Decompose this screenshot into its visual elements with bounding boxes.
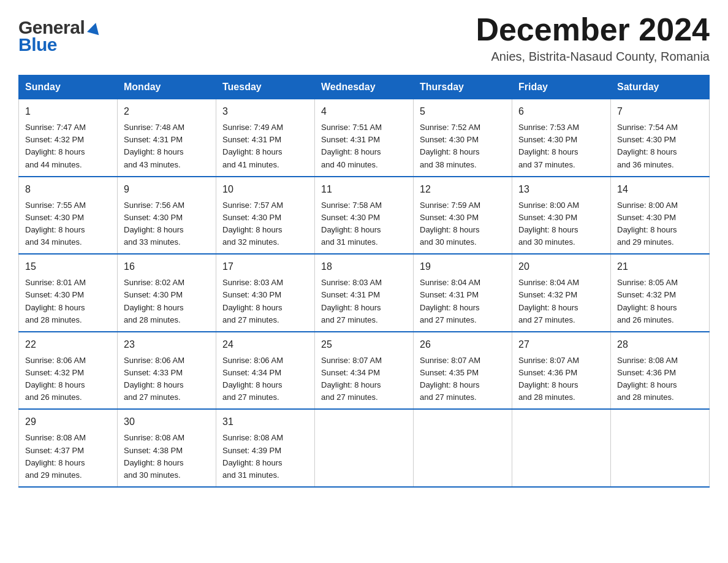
day-info-line: and 34 minutes. [25,236,111,248]
day-info-line: Daylight: 8 hours [25,146,111,158]
calendar-cell: 26Sunrise: 8:07 AMSunset: 4:35 PMDayligh… [414,332,512,410]
day-number: 1 [25,104,111,119]
day-number: 22 [25,337,111,352]
calendar-cell: 31Sunrise: 8:08 AMSunset: 4:39 PMDayligh… [216,409,315,487]
day-info-line: and 27 minutes. [321,314,407,326]
calendar-cell: 15Sunrise: 8:01 AMSunset: 4:30 PMDayligh… [19,254,118,332]
day-info-line: Sunrise: 7:57 AM [222,199,308,212]
day-info-line: and 37 minutes. [518,159,604,171]
day-info-line: Sunrise: 8:08 AM [124,432,210,444]
day-number: 20 [518,259,604,274]
calendar-table: SundayMondayTuesdayWednesdayThursdayFrid… [18,75,710,488]
calendar-cell: 19Sunrise: 8:04 AMSunset: 4:31 PMDayligh… [414,254,512,332]
day-number: 7 [617,104,703,119]
day-info-line: Sunset: 4:34 PM [222,367,308,379]
day-info-line: Sunrise: 8:07 AM [420,354,506,367]
title-block: December 2024 Anies, Bistrita-Nasaud Cou… [476,12,710,64]
day-info-line: Sunset: 4:32 PM [25,367,111,379]
day-info-line: Daylight: 8 hours [124,224,210,236]
day-number: 11 [321,182,407,197]
day-info-line: and 36 minutes. [617,159,703,171]
day-number: 27 [518,337,604,352]
day-info-line: Sunrise: 8:03 AM [222,277,308,289]
page-header: General Blue December 2024 Anies, Bistri… [18,12,710,64]
calendar-cell: 6Sunrise: 7:53 AMSunset: 4:30 PMDaylight… [512,99,611,177]
day-number: 9 [124,182,210,197]
day-info-line: Sunset: 4:39 PM [222,445,308,457]
day-info-line: and 28 minutes. [124,314,210,326]
day-info-line: and 27 minutes. [222,391,308,404]
day-number: 29 [25,415,111,429]
day-info-line: and 26 minutes. [617,314,703,326]
day-info-line: Sunrise: 7:47 AM [25,121,111,134]
calendar-week-row: 22Sunrise: 8:06 AMSunset: 4:32 PMDayligh… [19,332,710,410]
calendar-cell: 5Sunrise: 7:52 AMSunset: 4:30 PMDaylight… [414,99,512,177]
calendar-cell: 10Sunrise: 7:57 AMSunset: 4:30 PMDayligh… [216,177,315,255]
calendar-cell: 20Sunrise: 8:04 AMSunset: 4:32 PMDayligh… [512,254,611,332]
day-info-line: and 27 minutes. [222,314,308,326]
day-number: 26 [420,337,506,352]
day-info-line: Sunset: 4:30 PM [518,134,604,146]
day-number: 18 [321,259,407,274]
day-info-line: Sunset: 4:30 PM [124,212,210,224]
calendar-cell: 9Sunrise: 7:56 AMSunset: 4:30 PMDaylight… [118,177,216,255]
day-info-line: Daylight: 8 hours [222,224,308,236]
day-info-line: and 33 minutes. [124,236,210,248]
day-info-line: Sunset: 4:33 PM [124,367,210,379]
calendar-header-row: SundayMondayTuesdayWednesdayThursdayFrid… [19,75,710,99]
calendar-cell: 14Sunrise: 8:00 AMSunset: 4:30 PMDayligh… [611,177,710,255]
calendar-cell: 27Sunrise: 8:07 AMSunset: 4:36 PMDayligh… [512,332,611,410]
day-number: 15 [25,259,111,274]
day-info-line: Sunrise: 8:01 AM [25,277,111,289]
day-number: 16 [124,259,210,274]
day-info-line: Sunrise: 8:04 AM [518,277,604,289]
day-info-line: Sunrise: 8:00 AM [518,199,604,212]
logo: General Blue [18,17,103,55]
day-info-line: Daylight: 8 hours [222,457,308,469]
day-number: 8 [25,182,111,197]
calendar-title: December 2024 [476,12,710,47]
calendar-cell: 21Sunrise: 8:05 AMSunset: 4:32 PMDayligh… [611,254,710,332]
day-info-line: and 26 minutes. [25,391,111,404]
calendar-cell [315,409,414,487]
calendar-cell: 30Sunrise: 8:08 AMSunset: 4:38 PMDayligh… [118,409,216,487]
day-info-line: Sunset: 4:30 PM [222,289,308,301]
day-number: 6 [518,104,604,119]
day-number: 21 [617,259,703,274]
day-info-line: and 27 minutes. [420,391,506,404]
day-number: 4 [321,104,407,119]
day-info-line: and 43 minutes. [124,159,210,171]
calendar-location: Anies, Bistrita-Nasaud County, Romania [476,50,710,64]
day-info-line: and 27 minutes. [321,391,407,404]
calendar-week-row: 15Sunrise: 8:01 AMSunset: 4:30 PMDayligh… [19,254,710,332]
day-number: 31 [222,415,308,429]
calendar-cell: 18Sunrise: 8:03 AMSunset: 4:31 PMDayligh… [315,254,414,332]
logo-blue-text: Blue [18,34,57,55]
day-number: 28 [617,337,703,352]
day-number: 30 [124,415,210,429]
day-info-line: and 27 minutes. [420,314,506,326]
day-info-line: Daylight: 8 hours [420,302,506,314]
calendar-cell: 16Sunrise: 8:02 AMSunset: 4:30 PMDayligh… [118,254,216,332]
day-info-line: and 28 minutes. [617,391,703,404]
day-info-line: Sunrise: 8:04 AM [420,277,506,289]
day-info-line: Sunset: 4:31 PM [321,289,407,301]
day-info-line: Daylight: 8 hours [518,146,604,158]
day-info-line: Sunrise: 7:58 AM [321,199,407,212]
day-info-line: Sunrise: 8:07 AM [518,354,604,367]
col-header-friday: Friday [512,75,611,99]
calendar-cell [512,409,611,487]
day-info-line: and 44 minutes. [25,159,111,171]
svg-marker-0 [87,21,102,36]
col-header-thursday: Thursday [414,75,512,99]
day-info-line: Sunrise: 7:59 AM [420,199,506,212]
day-info-line: Sunrise: 7:55 AM [25,199,111,212]
calendar-cell: 11Sunrise: 7:58 AMSunset: 4:30 PMDayligh… [315,177,414,255]
calendar-cell: 12Sunrise: 7:59 AMSunset: 4:30 PMDayligh… [414,177,512,255]
day-info-line: Daylight: 8 hours [420,379,506,391]
day-info-line: Sunset: 4:32 PM [518,289,604,301]
day-info-line: Sunset: 4:30 PM [617,212,703,224]
day-info-line: and 29 minutes. [617,236,703,248]
day-info-line: Daylight: 8 hours [222,302,308,314]
day-info-line: Daylight: 8 hours [124,379,210,391]
